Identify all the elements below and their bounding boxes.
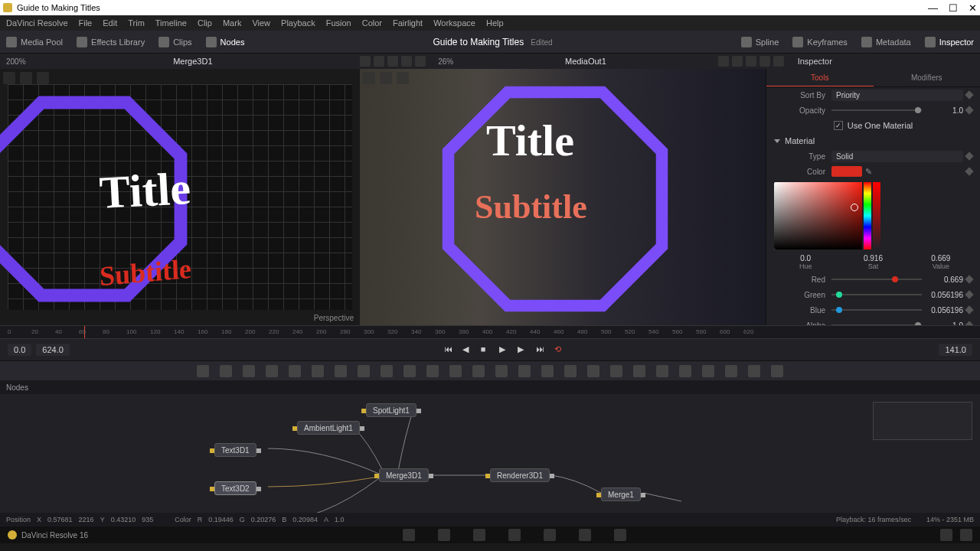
move-tool-icon[interactable] xyxy=(3,72,15,84)
node-tool-icon[interactable] xyxy=(587,365,599,377)
node-output-port[interactable] xyxy=(256,448,261,453)
keyframe-diamond-icon[interactable] xyxy=(965,305,973,314)
node-tool-icon[interactable] xyxy=(495,365,508,377)
timecode-start[interactable]: 0.0 xyxy=(8,344,31,356)
nodes-button[interactable]: Nodes xyxy=(206,37,245,47)
rotate-tool-icon[interactable] xyxy=(380,72,392,84)
timecode-current[interactable]: 141.0 xyxy=(939,344,972,356)
node-ambientlight1[interactable]: AmbientLight1 xyxy=(297,421,360,435)
view-icon[interactable] xyxy=(415,56,426,67)
sat-value[interactable]: 0.916 xyxy=(841,254,904,262)
node-tool-icon[interactable] xyxy=(541,365,554,377)
menu-fairlight[interactable]: Fairlight xyxy=(393,18,423,28)
project-settings-icon[interactable] xyxy=(940,529,952,541)
node-input-port[interactable] xyxy=(361,409,366,413)
view-icon[interactable] xyxy=(401,56,412,67)
timecode-end[interactable]: 624.0 xyxy=(36,344,70,356)
menu-mark[interactable]: Mark xyxy=(223,18,241,28)
node-input-port[interactable] xyxy=(210,448,214,453)
node-input-port[interactable] xyxy=(596,493,601,497)
menu-playback[interactable]: Playback xyxy=(281,18,315,28)
step-fwd-icon[interactable]: ▶ xyxy=(518,344,528,355)
page-fairlight-icon[interactable] xyxy=(579,529,591,541)
node-tool-icon[interactable] xyxy=(403,365,416,377)
node-output-port[interactable] xyxy=(256,487,261,491)
page-edit-icon[interactable] xyxy=(473,529,485,541)
menu-davinci[interactable]: DaVinci Resolve xyxy=(6,18,68,28)
metadata-button[interactable]: Metadata xyxy=(861,37,911,47)
chevron-down-icon[interactable] xyxy=(774,139,780,143)
val-value[interactable]: 0.669 xyxy=(910,254,972,262)
node-tool-icon[interactable] xyxy=(610,365,622,377)
scale-tool-icon[interactable] xyxy=(397,72,409,84)
hue-value[interactable]: 0.0 xyxy=(774,254,837,262)
keyframe-diamond-icon[interactable] xyxy=(965,167,973,175)
node-tool-icon[interactable] xyxy=(449,365,462,377)
minimap[interactable] xyxy=(873,402,972,440)
step-back-icon[interactable]: ◀ xyxy=(462,344,473,355)
node-tool-icon[interactable] xyxy=(564,365,577,377)
menu-clip[interactable]: Clip xyxy=(198,18,212,28)
node-renderer3d1[interactable]: Renderer3D1 xyxy=(490,468,550,482)
page-deliver-icon[interactable] xyxy=(614,529,626,541)
type-select[interactable]: Solid xyxy=(831,151,963,162)
keyframe-diamond-icon[interactable] xyxy=(965,290,973,298)
effects-library-button[interactable]: Effects Library xyxy=(77,37,145,47)
menu-edit[interactable]: Edit xyxy=(103,18,117,28)
use-one-material-checkbox[interactable]: ✓ xyxy=(834,121,843,130)
color-picker[interactable] xyxy=(774,182,972,249)
keyframe-diamond-icon[interactable] xyxy=(965,90,973,99)
media-pool-button[interactable]: Media Pool xyxy=(6,37,63,47)
view-icon[interactable] xyxy=(746,56,756,67)
scale-tool-icon[interactable] xyxy=(37,72,49,84)
eyedropper-icon[interactable]: ✎ xyxy=(865,167,872,177)
viewer-a-zoom[interactable]: 200% xyxy=(6,57,26,66)
node-text3d2[interactable]: Text3D2 xyxy=(214,481,256,495)
menu-view[interactable]: View xyxy=(252,18,270,28)
node-merge1[interactable]: Merge1 xyxy=(601,487,641,501)
view-icon[interactable] xyxy=(718,56,729,67)
node-output-port[interactable] xyxy=(550,474,554,478)
node-tool-icon[interactable] xyxy=(220,365,232,377)
opacity-slider[interactable] xyxy=(831,109,922,111)
blue-slider[interactable] xyxy=(831,309,922,311)
tab-tools[interactable]: Tools xyxy=(766,69,874,86)
spline-button[interactable]: Spline xyxy=(741,37,779,47)
node-output-port[interactable] xyxy=(416,409,421,413)
play-icon[interactable]: ▶ xyxy=(499,344,510,355)
menu-color[interactable]: Color xyxy=(362,18,382,28)
node-input-port[interactable] xyxy=(374,474,379,478)
timeline-ruler[interactable]: 0204060801001201401601802002202402602803… xyxy=(0,325,980,339)
node-output-port[interactable] xyxy=(429,474,433,478)
goto-end-icon[interactable]: ⏭ xyxy=(536,344,547,355)
keyframe-diamond-icon[interactable] xyxy=(965,106,973,114)
maximize-button[interactable]: ☐ xyxy=(949,2,958,14)
node-tool-icon[interactable] xyxy=(748,365,760,377)
node-tool-icon[interactable] xyxy=(266,365,278,377)
sortby-select[interactable]: Priority xyxy=(831,90,963,101)
page-fusion-icon[interactable] xyxy=(508,529,521,541)
page-cut-icon[interactable] xyxy=(438,529,450,541)
menu-workspace[interactable]: Workspace xyxy=(433,18,475,28)
menu-fusion[interactable]: Fusion xyxy=(326,18,351,28)
green-value[interactable]: 0.056196 xyxy=(925,291,963,299)
node-tool-icon[interactable] xyxy=(426,365,439,377)
node-tool-icon[interactable] xyxy=(381,365,393,377)
node-tool-icon[interactable] xyxy=(656,365,668,377)
color-swatch[interactable] xyxy=(831,166,862,177)
green-slider[interactable] xyxy=(831,294,922,295)
node-tool-icon[interactable] xyxy=(197,365,209,377)
close-button[interactable]: ✕ xyxy=(969,2,977,14)
view-icon[interactable] xyxy=(360,56,371,67)
keyframe-diamond-icon[interactable] xyxy=(965,275,973,283)
stop-icon[interactable]: ■ xyxy=(481,344,492,355)
goto-start-icon[interactable]: ⏮ xyxy=(444,344,455,355)
move-tool-icon[interactable] xyxy=(363,72,375,84)
viewer-b-zoom[interactable]: 26% xyxy=(438,57,453,66)
clips-button[interactable]: Clips xyxy=(158,37,191,47)
node-tool-icon[interactable] xyxy=(518,365,531,377)
node-output-port[interactable] xyxy=(360,426,364,431)
red-slider[interactable] xyxy=(831,279,922,280)
page-color-icon[interactable] xyxy=(544,529,556,541)
node-tool-icon[interactable] xyxy=(358,365,370,377)
